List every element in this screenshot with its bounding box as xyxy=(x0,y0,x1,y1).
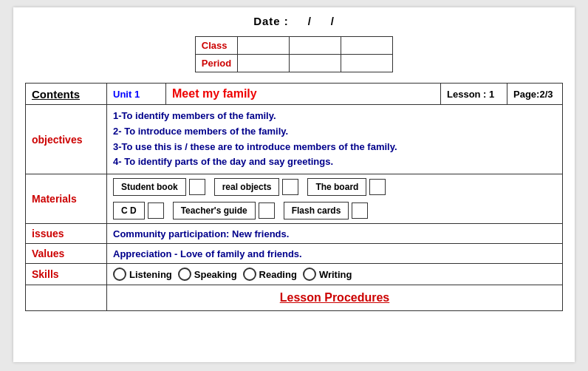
reading-label: Reading xyxy=(259,269,297,280)
reading-circle[interactable] xyxy=(243,268,256,281)
date-line: Date : / / xyxy=(25,15,563,27)
class-period-section: Class Period xyxy=(25,36,563,72)
period-label: Period xyxy=(195,55,237,72)
material-teachers-guide: Teacher's guide xyxy=(173,202,275,219)
flash-cards-box: Flash cards xyxy=(284,202,349,219)
the-board-box: The board xyxy=(307,178,366,196)
writing-label: Writing xyxy=(319,269,352,280)
class-val2[interactable] xyxy=(290,37,341,55)
writing-circle[interactable] xyxy=(303,268,316,281)
skill-reading: Reading xyxy=(243,268,297,281)
the-board-checkbox[interactable] xyxy=(369,179,386,195)
procedures-row: Lesson Procedures xyxy=(26,285,563,311)
issues-label: issues xyxy=(26,224,107,244)
objective-line-4: 4- To identify parts of the day and say … xyxy=(113,154,556,170)
speaking-circle[interactable] xyxy=(178,268,191,281)
contents-heading: Contents xyxy=(32,88,80,101)
student-book-box: Student book xyxy=(113,178,186,196)
values-row: Values Appreciation - Love of family and… xyxy=(26,244,563,264)
speaking-label: Speaking xyxy=(194,269,237,280)
materials-row-1: Student book real objects The board xyxy=(113,178,556,196)
objective-line-3: 3-To use this is / these are to introduc… xyxy=(113,140,556,155)
lesson-label: Lesson : 1 xyxy=(447,89,494,100)
procedures-empty-cell xyxy=(26,285,107,311)
class-label: Class xyxy=(195,37,237,55)
unit-label: Unit 1 xyxy=(113,89,140,100)
skill-writing: Writing xyxy=(303,268,352,281)
issues-row: issues Community participation: New frie… xyxy=(26,224,563,244)
materials-row-2: C D Teacher's guide Flash cards xyxy=(113,202,556,219)
class-val3[interactable] xyxy=(341,37,393,55)
date-slash2: / xyxy=(331,15,335,27)
lesson-procedures-heading: Lesson Procedures xyxy=(113,291,556,304)
objectives-label: objectives xyxy=(26,105,107,174)
material-flash-cards: Flash cards xyxy=(284,202,369,219)
period-val2[interactable] xyxy=(290,55,341,72)
material-real-objects: real objects xyxy=(214,178,299,196)
page-label: Page:2/3 xyxy=(513,89,553,100)
student-book-checkbox[interactable] xyxy=(189,179,205,195)
material-student-book: Student book xyxy=(113,178,205,196)
objectives-row: objectives 1-To identify members of the … xyxy=(26,105,563,174)
date-label: Date : xyxy=(253,15,289,27)
class-period-table: Class Period xyxy=(195,36,393,72)
period-val1[interactable] xyxy=(238,55,290,72)
materials-grid: Student book real objects The board xyxy=(113,178,556,219)
skill-listening: Listening xyxy=(113,268,172,281)
listening-label: Listening xyxy=(129,269,172,280)
date-slash1: / xyxy=(308,15,312,27)
header-row: Contents Unit 1 Meet my family Lesson : … xyxy=(26,84,563,105)
main-table: Contents Unit 1 Meet my family Lesson : … xyxy=(25,83,563,311)
flash-cards-checkbox[interactable] xyxy=(352,202,368,219)
issues-text: Community participation: New friends. xyxy=(113,228,289,239)
skills-row: Skills Listening Speaking Reading xyxy=(26,264,563,285)
skill-speaking: Speaking xyxy=(178,268,237,281)
teachers-guide-box: Teacher's guide xyxy=(173,202,256,219)
material-cd: C D xyxy=(113,202,164,219)
teachers-guide-checkbox[interactable] xyxy=(259,202,275,219)
cd-box: C D xyxy=(113,202,145,219)
values-text: Appreciation - Love of family and friend… xyxy=(113,248,302,259)
skills-content: Listening Speaking Reading Writing xyxy=(113,268,556,281)
objective-line-2: 2- To introduce members of the family. xyxy=(113,124,556,140)
class-val1[interactable] xyxy=(238,37,290,55)
material-the-board: The board xyxy=(307,178,386,196)
cd-checkbox[interactable] xyxy=(148,202,164,219)
objectives-content: 1-To identify members of the family. 2- … xyxy=(113,109,556,170)
real-objects-box: real objects xyxy=(214,178,280,196)
listening-circle[interactable] xyxy=(113,268,126,281)
materials-label: Materials xyxy=(26,174,107,224)
materials-row: Materials Student book real objects xyxy=(26,174,563,224)
page: Date : / / Class Period xyxy=(13,7,575,362)
period-val3[interactable] xyxy=(341,55,393,72)
values-label: Values xyxy=(26,244,107,264)
materials-content: Student book real objects The board xyxy=(107,174,563,224)
real-objects-checkbox[interactable] xyxy=(282,179,298,195)
lesson-title: Meet my family xyxy=(172,87,257,100)
skills-label: Skills xyxy=(26,264,107,285)
objective-line-1: 1-To identify members of the family. xyxy=(113,109,556,124)
